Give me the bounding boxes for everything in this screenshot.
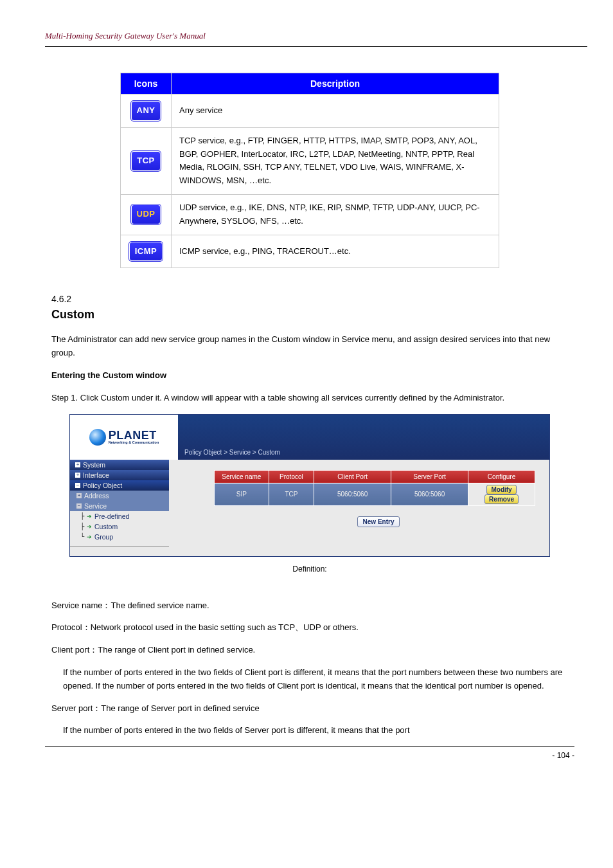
section-intro: The Administrator can add new service gr… <box>51 333 568 360</box>
arrow-icon: ➔ <box>87 534 92 540</box>
udp-icon: UDP <box>131 204 161 224</box>
page-number: - 104 - <box>552 751 574 760</box>
service-table: Service name Protocol Client Port Server… <box>214 470 535 506</box>
col-protocol: Protocol <box>269 470 314 483</box>
col-description: Description <box>172 73 499 95</box>
any-icon: ANY <box>131 101 161 121</box>
modify-button[interactable]: Modify <box>486 485 516 494</box>
col-server-port: Server Port <box>391 470 468 483</box>
nav-policy-object[interactable]: − Policy Object <box>70 480 169 491</box>
table-row: UDP UDP service, e.g., IKE, DNS, NTP, IK… <box>121 194 499 235</box>
nav-label: System <box>83 461 105 469</box>
expand-icon: + <box>75 462 80 467</box>
cell-service-name: SIP <box>215 483 269 505</box>
definition-caption: Definition: <box>51 565 568 574</box>
tcp-icon: TCP <box>131 151 161 171</box>
def-protocol: Protocol：Network protocol used in the ba… <box>51 621 568 635</box>
expand-icon: + <box>75 473 80 478</box>
cell-configure: Modify Remove <box>468 483 535 505</box>
new-entry-button[interactable]: New Entry <box>357 516 400 527</box>
admin-screenshot: PLANET Networking & Communication Policy… <box>69 414 550 557</box>
udp-desc: UDP service, e.g., IKE, DNS, NTP, IKE, R… <box>172 194 499 235</box>
cell-protocol: TCP <box>269 483 314 505</box>
col-icons: Icons <box>121 73 172 95</box>
icmp-icon: ICMP <box>129 242 163 262</box>
footer-rule <box>45 746 574 747</box>
section-subhead: Entering the Custom window <box>51 369 568 383</box>
collapse-icon: − <box>76 503 82 509</box>
tree-end-icon: └ <box>80 533 84 540</box>
tree-branch-icon: ├ <box>80 512 84 520</box>
logo-area: PLANET Networking & Communication <box>70 415 178 460</box>
content-area: Service name Protocol Client Port Server… <box>169 460 549 539</box>
def-client-port-note: If the number of ports entered in the tw… <box>51 666 568 693</box>
def-client-port: Client port：The range of Client port in … <box>51 644 568 657</box>
breadcrumb: Policy Object > Service > Custom <box>184 449 280 456</box>
def-server-port-note: If the number of ports entered in the tw… <box>51 724 568 737</box>
doc-header-left: Multi-Homing Security Gateway User's Man… <box>45 31 206 41</box>
header-rule <box>45 46 587 47</box>
cell-client-port: 5060:5060 <box>314 483 391 505</box>
section-title: Custom <box>51 308 568 321</box>
tree-branch-icon: ├ <box>80 523 84 530</box>
section-step: Step 1. Click Custom under it. A window … <box>51 392 568 405</box>
arrow-icon: ➔ <box>87 513 92 520</box>
logo-name: PLANET <box>109 429 159 441</box>
cell-server-port: 5060:5060 <box>391 483 468 505</box>
tcp-desc: TCP service, e.g., FTP, FINGER, HTTP, HT… <box>172 127 499 194</box>
col-client-port: Client Port <box>314 470 391 483</box>
nav-label: Address <box>84 492 109 500</box>
expand-icon: + <box>76 493 82 498</box>
planet-logo-icon <box>89 429 106 446</box>
nav-service[interactable]: − Service <box>70 501 169 511</box>
table-row: TCP TCP service, e.g., FTP, FINGER, HTTP… <box>121 127 499 194</box>
def-service-name: Service name：The defined service name. <box>51 599 568 613</box>
col-configure: Configure <box>468 470 535 483</box>
protocol-icon-table: Icons Description ANY Any service TCP TC… <box>120 73 499 268</box>
nav-label: Policy Object <box>83 482 122 489</box>
logo-subtitle: Networking & Communication <box>109 441 159 445</box>
arrow-icon: ➔ <box>87 523 92 530</box>
nav-predefined[interactable]: ├ ➔ Pre-defined <box>70 511 169 521</box>
any-desc: Any service <box>172 95 499 128</box>
remove-button[interactable]: Remove <box>484 494 519 504</box>
nav-label: Pre-defined <box>94 512 129 520</box>
nav-label: Service <box>84 502 107 510</box>
icmp-desc: ICMP service, e.g., PING, TRACEROUT…etc. <box>172 235 499 268</box>
nav-system[interactable]: + System <box>70 460 169 470</box>
def-server-port: Server port：The range of Server port in … <box>51 702 568 716</box>
col-service-name: Service name <box>215 470 269 483</box>
section-number: 4.6.2 <box>51 294 568 304</box>
nav-label: Custom <box>94 523 118 530</box>
table-row: SIP TCP 5060:5060 5060:5060 Modify Remov… <box>215 483 535 505</box>
banner: Policy Object > Service > Custom <box>178 415 549 460</box>
nav-label: Group <box>94 533 113 541</box>
sidebar-nav: + System + Interface − Policy Object + A… <box>70 460 169 547</box>
table-row: ICMP ICMP service, e.g., PING, TRACEROUT… <box>121 235 499 268</box>
nav-label: Interface <box>83 471 109 479</box>
collapse-icon: − <box>75 483 80 488</box>
nav-interface[interactable]: + Interface <box>70 470 169 480</box>
table-row: ANY Any service <box>121 95 499 128</box>
nav-group[interactable]: └ ➔ Group <box>70 532 169 542</box>
nav-custom[interactable]: ├ ➔ Custom <box>70 521 169 532</box>
nav-address[interactable]: + Address <box>70 491 169 501</box>
